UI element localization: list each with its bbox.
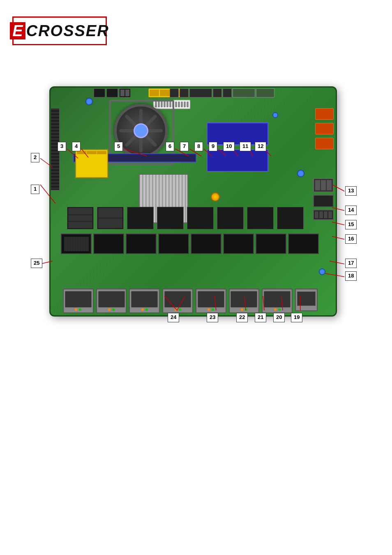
label-15: 15 bbox=[345, 220, 357, 229]
top-connectors bbox=[94, 88, 181, 97]
label-16: 16 bbox=[345, 234, 357, 244]
lan-port-2 bbox=[96, 289, 127, 313]
label-4: 4 bbox=[72, 142, 81, 151]
label-14: 14 bbox=[345, 206, 357, 215]
label-25: 25 bbox=[31, 259, 42, 268]
lan-transformer-row bbox=[61, 234, 328, 256]
lan-ports-row bbox=[63, 289, 318, 315]
label-7: 7 bbox=[180, 142, 189, 151]
lan-port-6 bbox=[229, 289, 260, 313]
top-connectors-mid bbox=[170, 88, 274, 97]
lan-port-7 bbox=[262, 289, 293, 313]
label-2: 2 bbox=[31, 153, 39, 162]
label-17: 17 bbox=[345, 259, 357, 268]
label-22: 22 bbox=[236, 313, 248, 322]
label-5: 5 bbox=[114, 142, 123, 151]
sata-connectors bbox=[315, 108, 334, 149]
label-1: 1 bbox=[31, 185, 39, 194]
label-12: 12 bbox=[255, 142, 266, 151]
logo-area: E CROSSER bbox=[12, 16, 107, 45]
minipcie-slot-2 bbox=[207, 149, 268, 172]
cap-2 bbox=[297, 170, 304, 177]
cap-3 bbox=[319, 268, 325, 275]
logo-e-icon: E bbox=[10, 22, 25, 39]
middle-chips-row bbox=[67, 207, 314, 231]
cap-1 bbox=[85, 98, 93, 105]
lan-port-3 bbox=[129, 289, 160, 313]
label-3: 3 bbox=[58, 142, 66, 151]
label-9: 9 bbox=[209, 142, 217, 151]
label-23: 23 bbox=[207, 313, 218, 322]
label-21: 21 bbox=[255, 313, 266, 322]
sata-2 bbox=[315, 123, 334, 134]
battery bbox=[211, 192, 220, 201]
sata-3 bbox=[315, 138, 334, 149]
right-connectors bbox=[313, 178, 334, 220]
serial-port bbox=[295, 289, 318, 311]
lan-port-4 bbox=[162, 289, 193, 313]
label-11: 11 bbox=[240, 142, 251, 151]
label-20: 20 bbox=[273, 313, 285, 322]
label-19: 19 bbox=[291, 313, 302, 322]
board-diagram: 1234567891011121314151617181920212223242… bbox=[25, 64, 366, 343]
lan-port-5 bbox=[196, 289, 226, 313]
label-13: 13 bbox=[345, 186, 357, 196]
label-10: 10 bbox=[223, 142, 235, 151]
label-6: 6 bbox=[166, 142, 174, 151]
pcb-board bbox=[49, 86, 337, 317]
cap-4 bbox=[272, 112, 278, 118]
label-8: 8 bbox=[194, 142, 203, 151]
lan-port-1 bbox=[63, 289, 94, 313]
label-24: 24 bbox=[168, 313, 179, 322]
chip-label-area bbox=[75, 149, 108, 178]
sata-1 bbox=[315, 108, 334, 120]
label-18: 18 bbox=[345, 271, 357, 281]
logo-brand-name: CROSSER bbox=[26, 22, 109, 40]
